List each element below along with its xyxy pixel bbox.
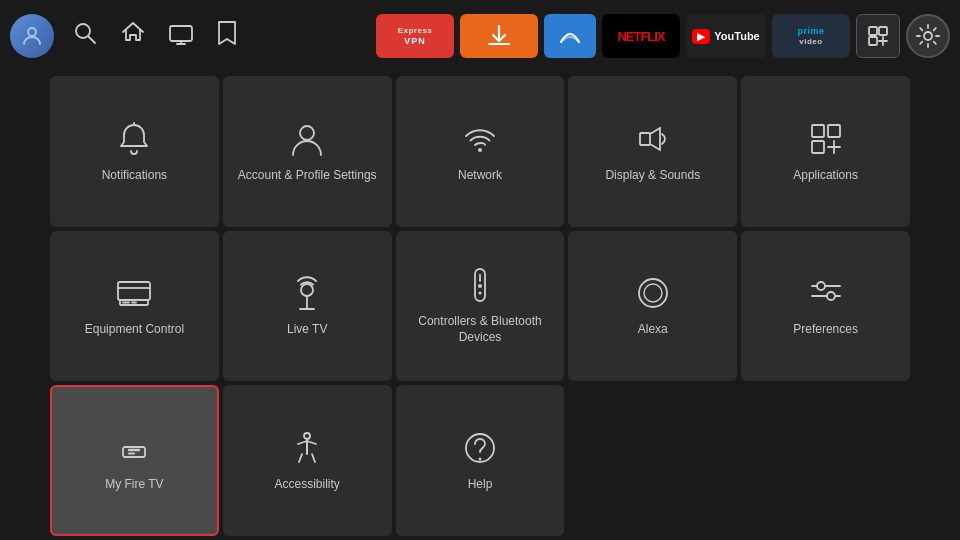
grid-item-account[interactable]: Account & Profile Settings bbox=[223, 76, 392, 227]
svg-point-0 bbox=[28, 28, 36, 36]
accessibility-icon bbox=[288, 429, 326, 467]
antenna-icon bbox=[288, 274, 326, 312]
help-label: Help bbox=[468, 477, 493, 493]
svg-rect-6 bbox=[869, 27, 877, 35]
youtube-label: YouTube bbox=[714, 30, 759, 42]
display-label: Display & Sounds bbox=[605, 168, 700, 184]
accessibility-label: Accessibility bbox=[275, 477, 340, 493]
account-label: Account & Profile Settings bbox=[238, 168, 377, 184]
search-icon[interactable] bbox=[68, 16, 102, 56]
grid-empty-1 bbox=[568, 385, 737, 536]
grid-item-display[interactable]: Display & Sounds bbox=[568, 76, 737, 227]
tv-equipment-icon bbox=[115, 274, 153, 312]
notifications-label: Notifications bbox=[102, 168, 167, 184]
svg-rect-18 bbox=[812, 141, 824, 153]
bell-icon bbox=[115, 120, 153, 158]
grid-empty-2 bbox=[741, 385, 910, 536]
top-nav: Express VPN NETFLIX ▶ YouTube p bbox=[0, 0, 960, 72]
grid-item-equipment[interactable]: Equipment Control bbox=[50, 231, 219, 382]
grid-item-help[interactable]: Help bbox=[396, 385, 565, 536]
grid-item-applications[interactable]: Applications bbox=[741, 76, 910, 227]
svg-point-32 bbox=[478, 292, 481, 295]
app-netflix[interactable]: NETFLIX bbox=[602, 14, 680, 58]
youtube-logo: ▶ bbox=[692, 29, 710, 44]
alexa-label: Alexa bbox=[638, 322, 668, 338]
svg-point-33 bbox=[639, 279, 667, 307]
svg-point-11 bbox=[924, 32, 932, 40]
svg-rect-21 bbox=[118, 282, 150, 300]
settings-grid: Notifications Account & Profile Settings… bbox=[0, 72, 960, 540]
grid-item-preferences[interactable]: Preferences bbox=[741, 231, 910, 382]
app-prime[interactable]: prime video bbox=[772, 14, 850, 58]
applications-label: Applications bbox=[793, 168, 858, 184]
grid-item-notifications[interactable]: Notifications bbox=[50, 76, 219, 227]
grid-item-accessibility[interactable]: Accessibility bbox=[223, 385, 392, 536]
netflix-label: NETFLIX bbox=[617, 29, 664, 44]
svg-rect-8 bbox=[869, 37, 877, 45]
app-expressvpn[interactable]: Express VPN bbox=[376, 14, 454, 58]
svg-rect-15 bbox=[640, 133, 650, 145]
grid-item-network[interactable]: Network bbox=[396, 76, 565, 227]
tv-icon[interactable] bbox=[164, 16, 198, 56]
sliders-icon bbox=[807, 274, 845, 312]
grid-item-myfiretv[interactable]: My Fire TV bbox=[50, 385, 219, 536]
svg-point-37 bbox=[817, 282, 825, 290]
svg-point-38 bbox=[827, 292, 835, 300]
controllers-label: Controllers & Bluetooth Devices bbox=[404, 314, 557, 345]
svg-rect-7 bbox=[879, 27, 887, 35]
remote-icon bbox=[461, 266, 499, 304]
person-icon bbox=[288, 120, 326, 158]
svg-rect-16 bbox=[812, 125, 824, 137]
wifi-icon bbox=[461, 120, 499, 158]
grid-item-controllers[interactable]: Controllers & Bluetooth Devices bbox=[396, 231, 565, 382]
bookmark-icon[interactable] bbox=[212, 16, 242, 56]
equipment-label: Equipment Control bbox=[85, 322, 184, 338]
svg-point-13 bbox=[300, 126, 314, 140]
app-generic[interactable] bbox=[544, 14, 596, 58]
help-icon bbox=[461, 429, 499, 467]
network-label: Network bbox=[458, 168, 502, 184]
firetv-icon bbox=[115, 429, 153, 467]
settings-button[interactable] bbox=[906, 14, 950, 58]
app-grid-button[interactable] bbox=[856, 14, 900, 58]
app-youtube[interactable]: ▶ YouTube bbox=[686, 14, 766, 58]
svg-rect-39 bbox=[123, 447, 145, 457]
apps-bar: Express VPN NETFLIX ▶ YouTube p bbox=[376, 14, 950, 58]
svg-rect-3 bbox=[170, 26, 192, 41]
nav-left bbox=[10, 14, 242, 58]
app-downloader[interactable] bbox=[460, 14, 538, 58]
svg-point-26 bbox=[301, 284, 313, 296]
speaker-icon bbox=[634, 120, 672, 158]
alexa-icon bbox=[634, 274, 672, 312]
grid-item-alexa[interactable]: Alexa bbox=[568, 231, 737, 382]
home-icon[interactable] bbox=[116, 16, 150, 56]
svg-point-45 bbox=[478, 457, 481, 460]
grid-item-livetv[interactable]: Live TV bbox=[223, 231, 392, 382]
myfiretv-label: My Fire TV bbox=[105, 477, 163, 493]
svg-point-31 bbox=[478, 284, 482, 288]
svg-point-14 bbox=[478, 148, 482, 152]
svg-rect-17 bbox=[828, 125, 840, 137]
livetv-label: Live TV bbox=[287, 322, 327, 338]
apps-icon bbox=[807, 120, 845, 158]
avatar[interactable] bbox=[10, 14, 54, 58]
svg-point-34 bbox=[644, 284, 662, 302]
svg-line-2 bbox=[89, 37, 96, 44]
preferences-label: Preferences bbox=[793, 322, 858, 338]
